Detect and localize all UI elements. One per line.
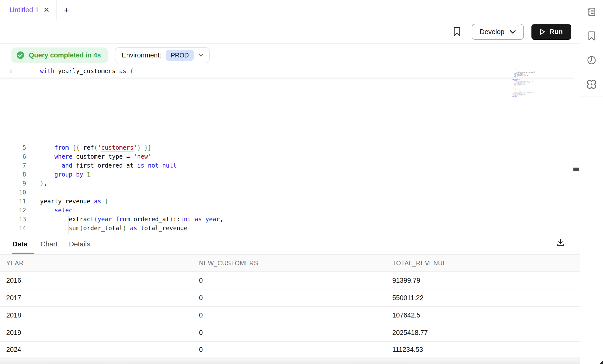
table-cell: 111234.53 — [386, 346, 580, 354]
results-horizontal-scrollbar[interactable] — [0, 359, 580, 364]
table-cell: 0 — [193, 277, 386, 284]
code-text: extract(year from ordered_at)::int as ye… — [40, 216, 223, 225]
tab-bar: Untitled 1 ✕ + — [0, 0, 580, 20]
code-line[interactable]: 14 sum(order_total) as total_revenue — [0, 225, 580, 234]
sidebar-item-notebook[interactable] — [580, 0, 603, 24]
develop-dropdown[interactable]: Develop — [472, 24, 524, 40]
table-cell: 2018 — [0, 312, 193, 319]
code-line[interactable]: 11yearly_revenue as ( — [0, 198, 580, 207]
code-line[interactable]: 9), — [0, 180, 580, 189]
app-window: Untitled 1 ✕ + Develop Run — [0, 0, 603, 364]
code-text: select — [40, 207, 76, 216]
table-row: 20180107642.5 — [0, 307, 580, 324]
code-line[interactable]: 5 from {{ ref('customers') }} — [0, 144, 580, 153]
editor-scrollbar-track[interactable] — [573, 44, 580, 234]
line-number: 5 — [0, 144, 26, 153]
sql-editor[interactable]: 1 with yearly_customers as ( 5 from {{ r… — [0, 67, 580, 234]
code-line[interactable]: 13 extract(year from ordered_at)::int as… — [0, 216, 580, 225]
table-cell: 2017 — [0, 294, 193, 302]
code-text: group by 1 — [40, 171, 90, 180]
code-line[interactable]: 8 group by 1 — [0, 171, 580, 180]
column-header: NEW_CUSTOMERS — [193, 260, 386, 267]
code-text: and first_ordered_at is not null — [40, 162, 177, 171]
table-cell: 2025418.77 — [386, 329, 580, 337]
code-text: from {{ ref('customers') }} — [40, 144, 151, 153]
table-header-row: YEARNEW_CUSTOMERSTOTAL_REVENUE — [0, 255, 580, 272]
table-cell: 2019 — [0, 329, 193, 337]
line-number: 12 — [0, 207, 26, 216]
sticky-scroll-line[interactable]: 1 with yearly_customers as ( — [0, 67, 580, 78]
query-status-pill: Query completed in 4s — [11, 47, 108, 63]
code-line[interactable]: 6 where customer_type = 'new' — [0, 153, 580, 162]
line-number: 6 — [0, 153, 26, 162]
results-panel: DataChartDetails YEARNEW_CUSTOMERSTOTAL_… — [0, 234, 580, 364]
query-status-text: Query completed in 4s — [29, 51, 101, 59]
environment-badge: PROD — [166, 50, 194, 61]
code-line[interactable]: 7 and first_ordered_at is not null — [0, 162, 580, 171]
sidebar-item-history[interactable] — [580, 48, 603, 72]
table-cell: 0 — [193, 329, 386, 337]
line-number: 7 — [0, 162, 26, 171]
line-number: 14 — [0, 225, 26, 234]
code-line[interactable]: 12 select — [0, 207, 580, 216]
sticky-code: with yearly_customers as ( — [40, 68, 134, 75]
environment-label: Environment: — [122, 51, 161, 59]
minimap[interactable]: with yearly_customers as ( select extrac… — [512, 69, 547, 173]
sidebar-item-dbt[interactable] — [580, 72, 603, 96]
check-circle-icon — [16, 51, 25, 60]
download-icon — [556, 238, 565, 247]
play-icon — [540, 29, 545, 35]
table-cell: 91399.79 — [386, 277, 580, 284]
bookmark-button[interactable] — [453, 27, 461, 37]
code-text: yearly_revenue as ( — [40, 198, 108, 207]
results-tabs: DataChartDetails — [0, 234, 580, 255]
tab-title: Untitled 1 — [9, 6, 39, 14]
run-label: Run — [550, 28, 563, 36]
code-line[interactable]: 10 — [0, 189, 580, 198]
chevron-down-icon — [198, 53, 204, 57]
table-cell: 107642.5 — [386, 312, 580, 319]
line-number: 1 — [9, 68, 12, 75]
dbt-logo-icon — [586, 79, 597, 90]
table-cell: 0 — [193, 346, 386, 354]
editor-scrollbar-thumb[interactable] — [573, 168, 579, 171]
line-number: 8 — [0, 171, 26, 180]
close-icon[interactable]: ✕ — [43, 6, 50, 14]
table-cell: 550011.22 — [386, 294, 580, 302]
toolbar: Develop Run — [0, 20, 580, 44]
code-rows[interactable]: 5 from {{ ref('customers') }}6 where cus… — [0, 144, 580, 234]
table-cell: 2016 — [0, 277, 193, 284]
tab-data[interactable]: Data — [12, 234, 28, 254]
run-button[interactable]: Run — [531, 24, 571, 40]
line-number: 13 — [0, 216, 26, 225]
sidebar-item-bookmarks[interactable] — [580, 24, 603, 48]
status-row: Query completed in 4s Environment: PROD — [0, 44, 580, 67]
table-body: 2016091399.7920170550011.2220180107642.5… — [0, 272, 580, 358]
new-tab-button[interactable]: + — [57, 5, 75, 15]
minimap-code: with yearly_customers as ( select extrac… — [512, 69, 547, 97]
chevron-down-icon — [509, 30, 516, 34]
table-row: 20170550011.22 — [0, 289, 580, 307]
table-cell: 0 — [193, 312, 386, 319]
history-clock-icon — [587, 55, 597, 65]
table-row: 201902025418.77 — [0, 324, 580, 342]
code-text: sum(order_total) as total_revenue — [40, 225, 187, 234]
line-number: 10 — [0, 189, 26, 198]
line-number: 11 — [0, 198, 26, 207]
tab-untitled-1[interactable]: Untitled 1 ✕ — [0, 0, 56, 20]
table-row: 2016091399.79 — [0, 272, 580, 289]
right-sidebar — [580, 0, 603, 364]
column-header: TOTAL_REVENUE — [386, 260, 580, 267]
tab-chart[interactable]: Chart — [41, 234, 57, 254]
table-cell: 2024 — [0, 346, 193, 354]
code-text: where customer_type = 'new' — [40, 153, 151, 162]
table-cell: 0 — [193, 294, 386, 302]
develop-label: Develop — [480, 28, 504, 36]
code-text: ), — [40, 180, 47, 189]
notebook-icon — [587, 7, 597, 17]
download-button[interactable] — [556, 238, 565, 247]
resize-grip[interactable] — [600, 361, 603, 364]
environment-selector[interactable]: Environment: PROD — [115, 47, 210, 63]
tab-details[interactable]: Details — [69, 234, 90, 254]
results-table: YEARNEW_CUSTOMERSTOTAL_REVENUE 201609139… — [0, 255, 580, 358]
